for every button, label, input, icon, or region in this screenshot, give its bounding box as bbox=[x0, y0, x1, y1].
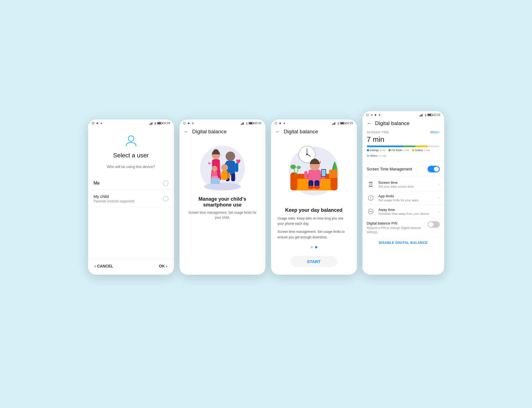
user-option-child[interactable]: My child Parental controls supported. bbox=[88, 190, 174, 207]
more-link[interactable]: More › bbox=[430, 130, 439, 134]
file-icon-4 bbox=[366, 114, 369, 116]
screen-time-value: 7 min bbox=[367, 135, 440, 144]
start-button-wrap: START bbox=[271, 256, 357, 267]
alert-circle-icon bbox=[367, 194, 375, 202]
svg-point-26 bbox=[221, 164, 228, 171]
screen-time-section: SCREEN TIME More › 7 min Sett bbox=[362, 128, 444, 160]
svg-point-30 bbox=[212, 166, 218, 172]
cancel-chevron-icon: ‹ bbox=[95, 264, 96, 268]
person-illustration bbox=[283, 139, 344, 200]
ok-chevron-icon: › bbox=[166, 264, 167, 268]
legend-fm: FM Radio 1 min bbox=[388, 149, 409, 152]
menu-title-app-limits: App limits bbox=[378, 194, 434, 198]
bar-gallery bbox=[415, 146, 428, 147]
radio-me[interactable] bbox=[163, 180, 168, 186]
svg-rect-40 bbox=[335, 122, 335, 125]
svg-rect-23 bbox=[231, 174, 235, 182]
svg-point-17 bbox=[204, 183, 241, 191]
nav-title-2: Digital balance bbox=[192, 129, 227, 135]
svg-rect-39 bbox=[334, 123, 334, 125]
status-right-1: 10:29 bbox=[149, 122, 170, 125]
arrow-icon-3 bbox=[283, 122, 285, 125]
screen-time-toggle[interactable] bbox=[428, 166, 440, 172]
bluetooth-icon-4 bbox=[424, 114, 426, 116]
legend-dot-gallery bbox=[412, 149, 414, 151]
disable-button[interactable]: DISABLE DIGITAL BALANCE bbox=[379, 241, 428, 245]
time-display-1: 10:29 bbox=[163, 122, 170, 125]
svg-rect-67 bbox=[420, 115, 421, 116]
divider-1 bbox=[362, 162, 444, 162]
family-illustration-wrap bbox=[180, 136, 265, 192]
pin-text: Digital balance PIN Require a PIN to cha… bbox=[367, 221, 428, 234]
arrow-icon-2 bbox=[191, 122, 194, 125]
family-illustration bbox=[196, 139, 249, 192]
back-arrow-3[interactable]: ← bbox=[275, 129, 280, 135]
svg-rect-12 bbox=[241, 124, 241, 125]
legend-time-others: < 1 min bbox=[378, 154, 387, 157]
back-arrow-2[interactable]: ← bbox=[184, 129, 189, 135]
status-right-4: 10:33 bbox=[420, 113, 440, 116]
pin-sub: Require a PIN to change Digital balance … bbox=[367, 226, 425, 234]
user-avatar-icon bbox=[124, 134, 138, 147]
menu-sub-screen-time: Set your daily screen time. bbox=[378, 185, 434, 188]
back-arrow-4[interactable]: ← bbox=[367, 121, 372, 126]
screen2-content: ← Digital balance bbox=[180, 126, 265, 273]
status-bar-2: 10:32 bbox=[180, 119, 265, 126]
user-option-me[interactable]: Me bbox=[88, 177, 174, 190]
svg-point-18 bbox=[226, 152, 235, 161]
status-left-4 bbox=[366, 114, 381, 116]
legend-name-fm: FM Radio bbox=[392, 149, 402, 152]
screen-time-label: SCREEN TIME bbox=[367, 131, 389, 134]
legend-name-gallery: Gallery bbox=[415, 149, 423, 152]
svg-rect-68 bbox=[421, 114, 422, 116]
chevron-app-limits: › bbox=[438, 195, 439, 200]
status-bar-1: 10:29 bbox=[88, 119, 174, 126]
battery-icon-2 bbox=[249, 122, 254, 124]
user-option-child-label: My child bbox=[94, 194, 135, 199]
signal-icon-4 bbox=[420, 114, 423, 116]
battery-icon-4 bbox=[427, 114, 432, 116]
screen3-content: ← Digital balance bbox=[271, 126, 357, 273]
phone-screen-2: 10:32 ← Digital balance bbox=[180, 119, 265, 275]
user-option-me-label: Me bbox=[94, 181, 100, 186]
phone-screen-3: 10:29 ← Digital balance bbox=[271, 119, 357, 275]
status-left-3 bbox=[275, 122, 285, 125]
radio-child[interactable] bbox=[163, 196, 168, 202]
minus-circle-icon bbox=[367, 208, 375, 215]
bar-settings bbox=[367, 146, 403, 147]
status-right-2: 10:32 bbox=[241, 122, 261, 125]
menu-item-app-limits[interactable]: App limits Set usage limits for your app… bbox=[362, 191, 444, 205]
time-display-2: 10:32 bbox=[254, 122, 261, 125]
screen1-subtitle: Who will be using this device? bbox=[88, 165, 174, 169]
status-right-3: 10:29 bbox=[332, 122, 353, 125]
legend-dot-fm bbox=[388, 149, 391, 151]
screen1-footer: ‹ CANCEL OK › bbox=[88, 259, 174, 273]
bluetooth-icon bbox=[154, 122, 156, 125]
svg-rect-0 bbox=[92, 122, 94, 124]
svg-rect-13 bbox=[242, 123, 242, 125]
ok-button[interactable]: OK › bbox=[159, 264, 167, 268]
upload-icon-2 bbox=[187, 122, 190, 125]
menu-title-screen-time: Screen time bbox=[378, 180, 434, 185]
hourglass-icon bbox=[367, 180, 375, 188]
pin-toggle[interactable] bbox=[428, 221, 440, 228]
person-illustration-wrap bbox=[271, 136, 357, 203]
svg-rect-66 bbox=[420, 116, 420, 116]
svg-rect-36 bbox=[280, 123, 280, 124]
svg-rect-28 bbox=[221, 173, 223, 179]
legend-settings: Settings 3 min bbox=[367, 149, 386, 152]
start-button[interactable]: START bbox=[290, 256, 337, 267]
menu-item-screen-time[interactable]: Screen time Set your daily screen time. … bbox=[362, 178, 444, 191]
screen2-desc: Screen time management: Set usage limits… bbox=[187, 210, 258, 220]
menu-text-away-time: Away time Schedule time away from your d… bbox=[378, 208, 434, 215]
menu-item-away-time[interactable]: Away time Schedule time away from your d… bbox=[362, 205, 444, 218]
bar-fm bbox=[403, 146, 415, 147]
time-display-3: 10:29 bbox=[346, 122, 353, 125]
svg-rect-21 bbox=[235, 163, 238, 172]
svg-point-55 bbox=[308, 186, 314, 189]
legend-time-gallery: 1 min bbox=[424, 149, 430, 152]
legend-dot-others bbox=[367, 155, 369, 157]
status-left-2 bbox=[183, 122, 194, 125]
svg-point-8 bbox=[128, 136, 134, 141]
cancel-button[interactable]: ‹ CANCEL bbox=[95, 264, 113, 268]
